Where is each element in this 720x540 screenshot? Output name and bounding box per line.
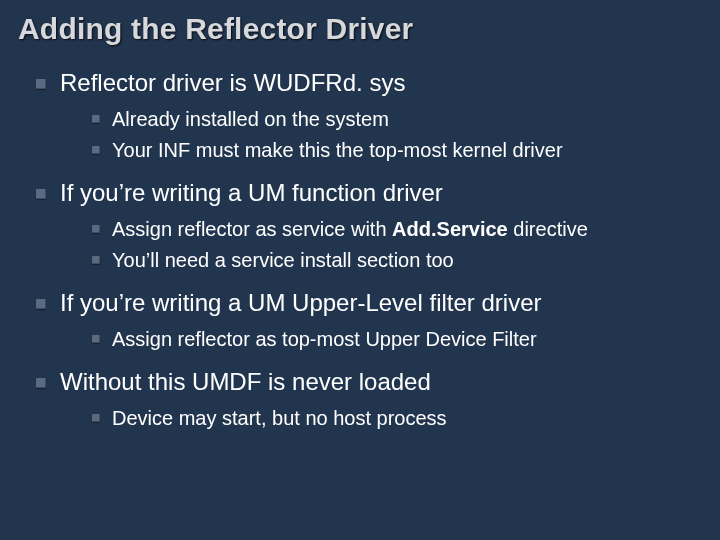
sub-bullet-item: Assign reflector as service with Add.Ser… xyxy=(90,216,702,243)
sub-bullet-text: Your INF must make this the top-most ker… xyxy=(112,139,563,161)
sub-bullet-text: directive xyxy=(508,218,588,240)
bullet-item: Reflector driver is WUDFRd. sys Already … xyxy=(32,68,702,164)
sub-bullet-list: Already installed on the system Your INF… xyxy=(90,106,702,164)
bullet-text: Without this UMDF is never loaded xyxy=(60,368,431,395)
slide-title: Adding the Reflector Driver xyxy=(18,12,702,46)
bullet-item: If you’re writing a UM Upper-Level filte… xyxy=(32,288,702,353)
sub-bullet-text: You’ll need a service install section to… xyxy=(112,249,454,271)
sub-bullet-item: You’ll need a service install section to… xyxy=(90,247,702,274)
bullet-text: Reflector driver is WUDFRd. sys xyxy=(60,69,405,96)
bullet-item: If you’re writing a UM function driver A… xyxy=(32,178,702,274)
bullet-text: If you’re writing a UM Upper-Level filte… xyxy=(60,289,542,316)
sub-bullet-text: Assign reflector as service with xyxy=(112,218,392,240)
sub-bullet-text: Device may start, but no host process xyxy=(112,407,447,429)
sub-bullet-item: Assign reflector as top-most Upper Devic… xyxy=(90,326,702,353)
sub-bullet-list: Device may start, but no host process xyxy=(90,405,702,432)
slide: Adding the Reflector Driver Reflector dr… xyxy=(0,0,720,540)
bullet-text: If you’re writing a UM function driver xyxy=(60,179,443,206)
sub-bullet-list: Assign reflector as service with Add.Ser… xyxy=(90,216,702,274)
sub-bullet-text: Assign reflector as top-most Upper Devic… xyxy=(112,328,537,350)
sub-bullet-list: Assign reflector as top-most Upper Devic… xyxy=(90,326,702,353)
sub-bullet-item: Your INF must make this the top-most ker… xyxy=(90,137,702,164)
sub-bullet-text: Already installed on the system xyxy=(112,108,389,130)
sub-bullet-item: Already installed on the system xyxy=(90,106,702,133)
sub-bullet-bold: Add.Service xyxy=(392,218,508,240)
sub-bullet-item: Device may start, but no host process xyxy=(90,405,702,432)
bullet-item: Without this UMDF is never loaded Device… xyxy=(32,367,702,432)
bullet-list: Reflector driver is WUDFRd. sys Already … xyxy=(32,68,702,432)
